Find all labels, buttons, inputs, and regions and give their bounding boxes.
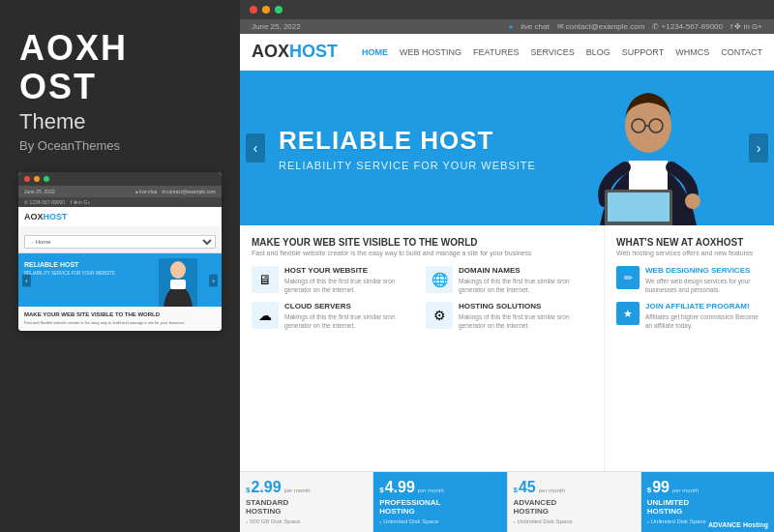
mini-dot-red	[24, 176, 30, 182]
mini-features-section: MAKE YOUR WEB SITE VISIBLE TO THE WORLD …	[18, 307, 222, 331]
pricing-professional-dollar: $	[379, 486, 383, 494]
pricing-unlimited: $ 99 per month UNLIMITEDHOSTING Unlimite…	[641, 472, 774, 532]
feature-host-desc: Makings of this the first true similar s…	[284, 277, 418, 294]
mini-preview: June 25, 2022 ● live chat ✉ contact@exam…	[18, 172, 222, 331]
pricing-standard-dollar: $	[246, 486, 250, 494]
site-right-sidebar: WHAT'S NEW AT AOXHOST Web hosting servic…	[605, 225, 774, 471]
mini-dot-yellow	[34, 176, 40, 182]
affiliate-icon: ★	[616, 302, 640, 325]
features-grid: 🖥 HOST YOUR WEBSITE Makings of this the …	[252, 266, 592, 330]
pricing-advanced-name: ADVANCEDHOSTING	[514, 498, 635, 517]
pricing-standard-price-row: $ 2.99 per month	[246, 480, 367, 495]
site-date: June 25, 2022	[252, 22, 301, 31]
svg-rect-2	[629, 161, 668, 190]
pricing-bar: $ 2.99 per month STANDARDHOSTING 500 GB …	[240, 471, 774, 532]
site-info-bar: June 25, 2022 ● live chat ✉ contact@exam…	[240, 19, 774, 34]
site-contact-info: ● live chat ✉ contact@example.com ✆ +123…	[508, 22, 762, 31]
sidebar-web-design-title: WEB DESIGNING SERVICES	[645, 266, 762, 275]
pricing-professional-price-row: $ 4.99 per month	[379, 480, 500, 495]
pricing-professional-period: per month	[418, 488, 444, 493]
nav-services[interactable]: SERVICES	[530, 47, 574, 57]
feature-cloud-servers: ☁ CLOUD SERVERS Makings of this the firs…	[252, 302, 418, 330]
live-chat-label: live chat	[521, 22, 549, 31]
site-nav: AOXHOST HOME WEB HOSTING FEATURES SERVIC…	[240, 34, 774, 71]
domain-names-icon: 🌐	[426, 266, 453, 293]
site-left-content: MAKE YOUR WEB SITE VISIBLE TO THE WORLD …	[240, 225, 605, 471]
pricing-standard: $ 2.99 per month STANDARDHOSTING 500 GB …	[240, 472, 373, 532]
feature-cloud-title: CLOUD SERVERS	[284, 302, 418, 310]
pricing-unlimited-price-row: $ 99 per month	[647, 480, 768, 495]
feature-host-title: HOST YOUR WEBSITE	[284, 266, 418, 275]
feature-cloud-text: CLOUD SERVERS Makings of this the first …	[284, 302, 418, 330]
nav-whmcs[interactable]: WHMCS	[675, 47, 709, 57]
right-panel: June 25, 2022 ● live chat ✉ contact@exam…	[240, 0, 774, 532]
contact-email: ✉ contact@example.com	[557, 22, 645, 31]
contact-phone: ✆ +1234-567-89000	[652, 22, 723, 31]
live-chat-icon: ●	[508, 22, 513, 31]
mini-nav: AOXHOST	[18, 207, 222, 226]
sidebar-web-design: ✏ WEB DESIGNING SERVICES We offer web de…	[616, 266, 762, 294]
nav-home[interactable]: HOME	[362, 47, 388, 57]
mini-phone: ✆ 1234-567-89000	[24, 199, 65, 205]
advance-hosting-label: ADVANCE Hosting	[708, 521, 768, 528]
nav-blog[interactable]: BLOG	[586, 47, 610, 57]
feature-cloud-desc: Makings of this the first true similar s…	[284, 312, 418, 330]
feature-hosting-desc: Makings of this the first true similar s…	[459, 312, 592, 330]
pricing-unlimited-period: per month	[672, 488, 699, 493]
mini-contact-bar: ✆ 1234-567-89000 f ✤ in G+	[18, 197, 222, 207]
hero-next-button[interactable]: ›	[749, 133, 768, 163]
mini-hero: RELIABLE HOST RELIABILITY SERVICE FOR YO…	[18, 253, 222, 307]
pricing-standard-feature: 500 GB Disk Space	[246, 518, 367, 524]
mini-info-bar: June 25, 2022 ● live chat ✉ contact@exam…	[18, 186, 222, 197]
sidebar-section-sub: Web hosting services offers and new feat…	[616, 250, 762, 256]
feature-host-text: HOST YOUR WEBSITE Makings of this the fi…	[284, 266, 418, 294]
cloud-servers-icon: ☁	[252, 302, 279, 329]
pricing-professional-amount: 4.99	[385, 480, 415, 495]
hosting-solutions-icon: ⚙	[426, 302, 453, 329]
feature-host-website: 🖥 HOST YOUR WEBSITE Makings of this the …	[252, 266, 418, 294]
svg-point-9	[685, 193, 700, 209]
mini-hero-text: RELIABLE HOST RELIABILITY SERVICE FOR YO…	[24, 261, 115, 275]
site-logo: AOXHOST	[252, 42, 338, 62]
pricing-advanced-period: per month	[539, 488, 565, 493]
sidebar-affiliate: ★ JOIN AFFILIATE PROGRAM! Affiliates get…	[616, 302, 762, 330]
pricing-standard-period: per month	[284, 488, 311, 493]
mini-next-button[interactable]: ›	[209, 274, 218, 286]
left-panel: AOXHOST Theme By OceanThemes June 25, 20…	[0, 0, 240, 532]
sidebar-affiliate-desc: Affiliates get higher commission Become …	[645, 312, 762, 330]
brand-subtitle: Theme	[19, 109, 221, 134]
feature-hosting-solutions: ⚙ HOSTING SOLUTIONS Makings of this the …	[426, 302, 592, 330]
hero-prev-button[interactable]: ‹	[246, 133, 265, 163]
mini-prev-button[interactable]: ‹	[22, 274, 31, 286]
browser-chrome	[240, 0, 774, 19]
feature-domain-text: DOMAIN NAMES Makings of this the first t…	[459, 266, 592, 294]
svg-point-0	[170, 261, 186, 279]
pricing-unlimited-name: UNLIMITEDHOSTING	[647, 498, 768, 517]
site-main: MAKE YOUR WEB SITE VISIBLE TO THE WORLD …	[240, 225, 774, 471]
nav-contact[interactable]: CONTACT	[721, 47, 762, 57]
pricing-advanced-feature: Unlimited Disk Space	[514, 518, 635, 524]
pricing-advanced-price-row: $ 45 per month	[514, 480, 635, 495]
content-section-title: MAKE YOUR WEB SITE VISIBLE TO THE WORLD	[252, 237, 592, 248]
mini-nav-select[interactable]: - Home	[24, 235, 216, 249]
pricing-standard-amount: 2.99	[251, 480, 281, 495]
chrome-dot-green	[275, 6, 283, 14]
pricing-unlimited-amount: 99	[652, 480, 670, 495]
nav-support[interactable]: SUPPORT	[622, 47, 664, 57]
mini-features-sub: Fast and flexible website creator is the…	[24, 320, 216, 326]
mini-select-bar: - Home	[18, 226, 222, 253]
pricing-advanced: $ 45 per month ADVANCEDHOSTING Unlimited…	[508, 472, 641, 532]
sidebar-affiliate-title: JOIN AFFILIATE PROGRAM!	[645, 302, 762, 310]
pricing-professional: $ 4.99 per month PROFESSIONALHOSTING Unl…	[373, 472, 507, 532]
mini-live-chat: ● live chat ✉ contact@example.com	[135, 189, 216, 194]
mini-hero-sub: RELIABILITY SERVICE FOR YOUR WEBSITE	[24, 271, 115, 276]
host-website-icon: 🖥	[252, 266, 279, 293]
pricing-professional-feature: Unlimited Disk Space	[379, 518, 500, 524]
nav-web-hosting[interactable]: WEB HOSTING	[400, 47, 461, 57]
mini-browser-chrome	[18, 172, 222, 186]
nav-features[interactable]: FEATURES	[473, 47, 519, 57]
sidebar-web-design-desc: We offer web design services for your bu…	[645, 277, 762, 294]
sidebar-web-design-text: WEB DESIGNING SERVICES We offer web desi…	[645, 266, 762, 294]
mini-social: f ✤ in G+	[71, 199, 90, 205]
website-content: June 25, 2022 ● live chat ✉ contact@exam…	[240, 19, 774, 532]
